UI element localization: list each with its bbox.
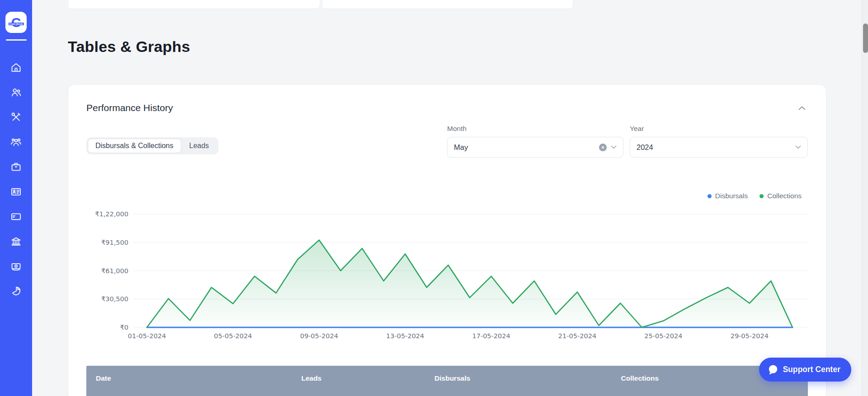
sidebar-item-users[interactable] [7, 83, 26, 102]
month-field: Month May ✕ [447, 125, 623, 158]
pie-chart-icon [10, 285, 22, 297]
credit-card-icon [10, 210, 22, 223]
main-content: Tables & Graphs Performance History Disb… [32, 0, 868, 396]
users-icon [10, 86, 22, 98]
column-header-date: Date [86, 366, 292, 396]
sidebar-item-id-card[interactable] [7, 182, 26, 201]
month-select[interactable]: May ✕ [447, 137, 623, 158]
id-card-icon [10, 186, 22, 198]
x-tick-label: 29-05-2024 [731, 332, 769, 340]
chart-type-toggle: Disbursals & Collections Leads [86, 137, 218, 154]
chart-area: ₹1,22,000₹91,500₹61,000₹30,500₹001-05-20… [86, 206, 808, 341]
y-tick-label: ₹91,500 [101, 239, 128, 246]
y-tick-label: ₹0 [120, 324, 128, 331]
logo-text: Cred Brick [8, 23, 24, 25]
chevron-down-icon [611, 145, 617, 149]
x-tick-label: 21-05-2024 [558, 332, 596, 340]
x-tick-label: 05-05-2024 [214, 332, 252, 340]
performance-history-card: Performance History Disbursals & Collect… [68, 84, 826, 396]
scrollbar-thumb[interactable] [863, 23, 868, 53]
previous-card-bottom-left [68, 0, 320, 9]
performance-chart: ₹1,22,000₹91,500₹61,000₹30,500₹001-05-20… [86, 206, 809, 341]
legend-label: Disbursals [715, 192, 748, 200]
y-tick-label: ₹1,22,000 [95, 210, 128, 218]
scrollbar-track[interactable] [862, 0, 868, 396]
sidebar-item-cash[interactable] [7, 256, 26, 275]
year-select[interactable]: 2024 [630, 137, 808, 158]
filters: Month May ✕ Year 2024 [447, 125, 808, 158]
chat-bubble-icon [767, 364, 778, 375]
sidebar-item-tools[interactable] [7, 107, 26, 126]
top-cards-strip [68, 0, 826, 9]
group-icon [10, 136, 22, 148]
disbursals-dot-icon [708, 194, 712, 198]
collections-dot-icon [760, 194, 764, 198]
y-tick-label: ₹30,500 [101, 295, 128, 303]
legend-label: Collections [767, 192, 802, 200]
chart-controls: Disbursals & Collections Leads Month May… [86, 125, 808, 158]
home-icon [10, 61, 22, 74]
column-header-leads: Leads [292, 366, 425, 396]
cash-icon [10, 260, 22, 272]
app-logo[interactable]: C Cred Brick [5, 12, 27, 33]
card-title: Performance History [86, 102, 173, 113]
sidebar-item-credit-card[interactable] [7, 207, 26, 226]
year-value: 2024 [637, 143, 795, 152]
collapse-card-button[interactable] [796, 104, 808, 112]
collections-area [147, 240, 793, 327]
sidebar-item-briefcase[interactable] [7, 157, 26, 176]
chevron-down-icon [795, 145, 801, 149]
legend-item-collections[interactable]: Collections [760, 192, 802, 200]
legend-item-disbursals[interactable]: Disbursals [708, 192, 748, 200]
sidebar-divider [6, 39, 27, 41]
briefcase-icon [10, 161, 22, 173]
chevron-up-icon [798, 106, 806, 111]
table-header-row: Date Leads Disbursals Collections [86, 366, 808, 396]
x-tick-label: 17-05-2024 [472, 332, 510, 340]
sidebar-item-pie-chart[interactable] [7, 281, 26, 300]
support-center-label: Support Center [783, 365, 840, 374]
y-tick-label: ₹61,000 [101, 267, 128, 275]
sidebar-item-bank[interactable] [7, 232, 26, 251]
sidebar-item-home[interactable] [7, 58, 26, 77]
year-field: Year 2024 [630, 125, 808, 158]
tab-leads[interactable]: Leads [181, 139, 217, 153]
chart-legend: Disbursals Collections [86, 192, 808, 200]
tools-icon [10, 111, 22, 123]
year-label: Year [630, 125, 808, 133]
x-tick-label: 25-05-2024 [644, 332, 682, 340]
bank-icon [10, 235, 22, 247]
x-tick-label: 09-05-2024 [300, 332, 338, 340]
card-header: Performance History [86, 101, 808, 115]
sidebar: C Cred Brick [0, 0, 32, 396]
tab-disbursals-collections[interactable]: Disbursals & Collections [88, 139, 181, 153]
page-title: Tables & Graphs [68, 38, 826, 56]
column-header-disbursals: Disbursals [425, 366, 611, 396]
month-label: Month [447, 125, 623, 133]
previous-card-bottom-right [322, 0, 573, 9]
month-value: May [454, 143, 599, 152]
x-tick-label: 13-05-2024 [386, 332, 424, 340]
support-center-button[interactable]: Support Center [759, 358, 851, 382]
x-tick-label: 01-05-2024 [128, 332, 166, 340]
clear-month-icon[interactable]: ✕ [599, 144, 607, 151]
sidebar-item-group[interactable] [7, 132, 26, 151]
